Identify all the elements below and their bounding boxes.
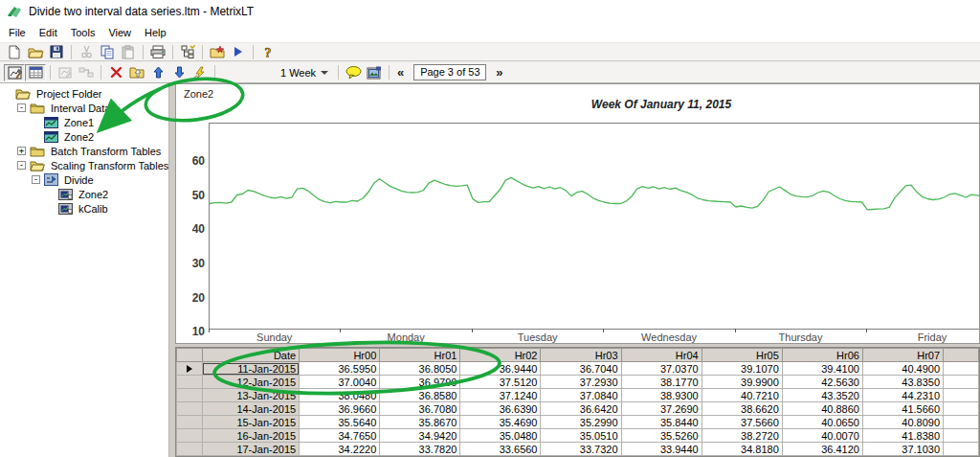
delete-x-button[interactable] <box>105 64 126 81</box>
value-cell[interactable]: 42.5630 <box>782 376 862 389</box>
value-cell[interactable]: 40.0650 <box>782 416 862 429</box>
value-cell[interactable]: 35.8440 <box>621 416 702 429</box>
date-cell[interactable]: 11-Jan-2015 <box>202 362 300 376</box>
date-cell[interactable]: 14-Jan-2015 <box>202 402 300 416</box>
value-cell[interactable]: 36.6390 <box>460 402 541 416</box>
tree-item-batch-transform-tables[interactable]: +Batch Transform Tables <box>0 144 168 158</box>
row-selector[interactable] <box>177 402 203 416</box>
date-cell[interactable]: 13-Jan-2015 <box>202 389 300 402</box>
value-cell[interactable]: 34.7650 <box>300 429 380 443</box>
column-header-hr07[interactable]: Hr07 <box>862 349 943 362</box>
column-header-date[interactable]: Date <box>202 349 300 362</box>
value-cell[interactable]: 34.8180 <box>702 443 782 456</box>
tree-item-zone2[interactable]: Zone2 <box>0 187 168 201</box>
project-folder-button[interactable] <box>207 43 228 60</box>
value-cell[interactable]: 35.0510 <box>541 429 621 443</box>
value-cell[interactable]: 37.0840 <box>541 389 621 402</box>
tree-item-kcalib[interactable]: kCalib <box>0 201 168 216</box>
row-selector[interactable] <box>177 376 203 389</box>
expand-icon[interactable]: + <box>17 147 26 155</box>
value-cell[interactable]: 36.6420 <box>541 402 621 416</box>
move-up-button[interactable] <box>147 64 168 81</box>
value-cell[interactable]: 35.5640 <box>300 416 380 429</box>
next-page-button[interactable]: » <box>492 65 506 80</box>
tree-item-project-folder[interactable]: Project Folder <box>0 86 168 101</box>
data-table-button[interactable] <box>25 64 46 81</box>
value-cell[interactable]: 35.4690 <box>460 416 541 429</box>
collapse-icon[interactable]: - <box>17 103 26 112</box>
value-cell[interactable]: 36.5950 <box>300 362 380 376</box>
column-header-hr03[interactable]: Hr03 <box>541 349 621 362</box>
value-cell[interactable]: 33.9440 <box>621 443 702 456</box>
folder-up-button[interactable] <box>126 64 147 81</box>
row-selector[interactable] <box>177 416 203 429</box>
value-cell[interactable]: 35.2990 <box>541 416 621 429</box>
save-button[interactable] <box>46 43 67 60</box>
tree-item-zone1[interactable]: Zone1 <box>0 115 168 129</box>
tree-view-button[interactable] <box>177 43 198 60</box>
value-cell[interactable]: 38.6620 <box>702 402 782 416</box>
menu-file[interactable]: File <box>3 25 33 40</box>
value-cell[interactable]: 37.2930 <box>541 376 621 389</box>
value-cell[interactable]: 40.7210 <box>702 389 782 402</box>
run-play-button[interactable] <box>228 43 249 60</box>
table-row[interactable]: 13-Jan-201538.048036.858037.124037.08403… <box>177 389 979 402</box>
row-selector[interactable] <box>177 389 203 402</box>
tree-item-scaling-transform-tables[interactable]: -Scaling Transform Tables <box>0 158 168 172</box>
value-cell[interactable]: 37.2690 <box>621 402 702 416</box>
value-cell[interactable]: 39.1070 <box>702 362 782 376</box>
value-cell[interactable]: 40.4900 <box>862 362 943 376</box>
value-cell[interactable]: 41.5660 <box>862 402 943 416</box>
value-cell[interactable]: 41.8380 <box>862 429 943 443</box>
new-document-button[interactable] <box>4 43 25 60</box>
row-selector[interactable] <box>177 362 203 376</box>
move-down-button[interactable] <box>168 64 189 81</box>
column-header-hr00[interactable]: Hr00 <box>300 349 380 362</box>
value-cell[interactable]: 34.9420 <box>380 429 460 443</box>
table-row[interactable]: 14-Jan-201536.966036.708036.639036.64203… <box>177 402 979 416</box>
value-cell[interactable]: 35.0480 <box>460 429 541 443</box>
value-cell[interactable]: 40.8860 <box>782 402 862 416</box>
date-cell[interactable]: 12-Jan-2015 <box>202 376 300 389</box>
range-dropdown[interactable]: 1 Week <box>275 66 334 80</box>
column-header-hr05[interactable]: Hr05 <box>702 349 782 362</box>
value-cell[interactable]: 33.7320 <box>541 443 621 456</box>
column-header-hr04[interactable]: Hr04 <box>621 349 702 362</box>
table-row[interactable]: 17-Jan-201534.222033.782033.656033.73203… <box>177 443 979 456</box>
date-cell[interactable]: 17-Jan-2015 <box>202 443 300 456</box>
print-button[interactable] <box>147 43 168 60</box>
page-indicator[interactable]: Page 3 of 53 <box>413 64 486 80</box>
value-cell[interactable]: 36.9660 <box>300 402 380 416</box>
column-header-hr01[interactable]: Hr01 <box>380 349 460 362</box>
value-cell[interactable]: 33.6560 <box>460 443 541 456</box>
value-cell[interactable]: 39.4100 <box>782 362 862 376</box>
value-cell[interactable]: 37.1240 <box>460 389 541 402</box>
value-cell[interactable]: 38.2720 <box>702 429 782 443</box>
value-cell[interactable]: 38.1770 <box>621 376 702 389</box>
value-cell[interactable]: 36.8580 <box>380 389 460 402</box>
value-cell[interactable]: 37.0040 <box>300 376 380 389</box>
table-row[interactable]: 15-Jan-201535.564035.867035.469035.29903… <box>177 416 979 429</box>
value-cell[interactable]: 37.1030 <box>862 443 943 456</box>
row-selector[interactable] <box>177 429 203 443</box>
collapse-icon[interactable]: - <box>32 175 40 184</box>
value-cell[interactable]: 36.7040 <box>541 362 621 376</box>
calculate-bolt-button[interactable] <box>189 64 211 81</box>
value-cell[interactable]: 37.5660 <box>702 416 782 429</box>
row-selector[interactable] <box>177 443 203 456</box>
value-cell[interactable]: 39.9900 <box>702 376 782 389</box>
value-cell[interactable]: 40.8090 <box>862 416 943 429</box>
value-cell[interactable]: 36.7080 <box>380 402 460 416</box>
menu-edit[interactable]: Edit <box>33 25 65 40</box>
tree-item-interval-data[interactable]: -Interval Data <box>0 101 168 115</box>
value-cell[interactable]: 35.8670 <box>380 416 460 429</box>
value-cell[interactable]: 37.5120 <box>460 376 541 389</box>
value-cell[interactable]: 33.7820 <box>380 443 460 456</box>
table-row[interactable]: 16-Jan-201534.765034.942035.048035.05103… <box>177 429 979 443</box>
snapshot-button[interactable] <box>364 64 385 81</box>
value-cell[interactable]: 43.8350 <box>862 376 943 389</box>
table-row[interactable]: 11-Jan-201536.595036.805036.944036.70403… <box>177 362 979 376</box>
menu-tools[interactable]: Tools <box>65 25 103 40</box>
value-cell[interactable]: 36.9440 <box>460 362 541 376</box>
value-cell[interactable]: 36.8050 <box>380 362 460 376</box>
